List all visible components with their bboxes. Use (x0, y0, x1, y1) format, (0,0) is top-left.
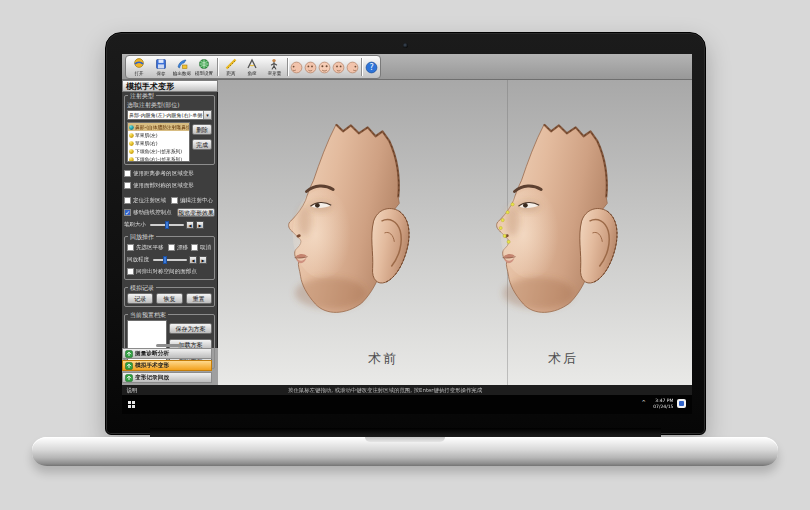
clock-date: 07/24/15 (653, 403, 673, 408)
tab-label: 模拟手术变形 (135, 361, 169, 370)
list-item[interactable]: 苹果肌(左) (128, 131, 189, 139)
checkbox-label: 回弹出对称空间的面部点 (136, 267, 197, 275)
view-half-right-button[interactable] (331, 56, 345, 78)
angle-button[interactable]: 角度 (241, 56, 263, 78)
injection-list[interactable]: 鼻部-(自体脂肪注射隆鼻综合) 苹果肌(左) 苹果肌(右) (127, 122, 190, 162)
rebound-symmetry-checkbox[interactable] (127, 268, 134, 275)
list-item[interactable]: 下颌角(左)-(整形系列) (128, 147, 189, 155)
brush-size-slider[interactable] (150, 224, 184, 226)
symmetry-region-checkbox[interactable] (124, 182, 131, 189)
screen: 打开 保存 (122, 54, 692, 414)
tray-expand-icon[interactable]: ⌃ (641, 399, 647, 407)
model-settings-button[interactable]: 模型设置 (193, 56, 215, 78)
save-icon (155, 58, 167, 70)
toolbar-separator (361, 58, 362, 76)
module-cube-icon (125, 362, 133, 370)
locate-injection-checkbox[interactable] (124, 197, 131, 204)
tab-measure-diagnosis[interactable]: 测量诊断分析 (122, 348, 212, 359)
tab-deformation-playback[interactable]: 变形记录回放 (122, 372, 212, 383)
cancel-checkbox[interactable] (191, 244, 198, 251)
deformation-button[interactable]: 变形量 (263, 56, 285, 78)
list-item[interactable]: 下颌角(右)-(整形系列) (128, 155, 189, 162)
help-button[interactable]: ? (364, 56, 378, 78)
panel-scrollbar[interactable] (156, 344, 182, 347)
chevron-down-icon[interactable]: ▾ (203, 111, 211, 119)
status-prefix: 说明 (127, 386, 138, 394)
item-bullet-icon (129, 133, 134, 138)
reset-button[interactable]: 重置 (186, 293, 212, 304)
patient-face-pre[interactable] (271, 109, 419, 349)
translate-checkbox[interactable] (127, 244, 134, 251)
main-toolbar: 打开 保存 (125, 55, 381, 79)
face-half-left-icon (304, 61, 317, 74)
item-bullet-icon (129, 157, 134, 162)
checkbox-label: 取消 (200, 243, 211, 251)
model-settings-icon (198, 58, 210, 70)
list-item-label: 鼻部-(自体脂肪注射隆鼻综合) (135, 124, 190, 130)
patient-face-post[interactable] (479, 109, 627, 349)
record-button[interactable]: 记录 (127, 293, 153, 304)
windows-start-button[interactable] (128, 401, 135, 408)
delete-item-button[interactable]: 删除 (192, 124, 212, 135)
injection-type-dropdown[interactable]: 鼻部-内眼角(左)-内眼角(右)-单侧+.. ▾ (127, 110, 212, 120)
view-half-left-button[interactable] (304, 56, 318, 78)
slider-thumb[interactable] (163, 256, 167, 264)
view-front-button[interactable] (318, 56, 332, 78)
list-item[interactable]: 鼻部-(自体脂肪注射隆鼻综合) (128, 123, 189, 131)
checkbox-label: 漂移 (177, 243, 188, 251)
checkbox-label: 使用面部对称的区域变形 (133, 181, 194, 189)
view-right-profile-button[interactable] (345, 56, 359, 78)
toolbar-label: 输出数据 (173, 70, 191, 75)
viewport-3d[interactable]: 术前 术后 (218, 80, 692, 385)
laptop-base (32, 437, 778, 466)
injection-select-label: 选取注射类型(部位) (127, 101, 212, 109)
distance-button[interactable]: 距离 (220, 56, 242, 78)
item-bullet-icon (129, 149, 134, 154)
done-button[interactable]: 完成 (192, 139, 212, 150)
module-tabs: 测量诊断分析 模拟手术变形 变形记录回放 (122, 348, 212, 384)
face-front-icon (318, 61, 331, 74)
playback-group: 回放操作 先选区平移 漂移 取消 回放程度 ◀ ▶ (124, 236, 215, 280)
slider-thumb[interactable] (165, 221, 169, 229)
brush-increase-button[interactable]: ▶ (196, 221, 204, 229)
taskbar-clock[interactable]: 3:47 PM 07/24/15 (651, 397, 673, 409)
playback-level-label: 回放程度 (127, 255, 149, 263)
playback-decrease-button[interactable]: ◀ (189, 256, 197, 264)
save-preset-button[interactable]: 保存为方案 (169, 323, 212, 334)
toolbar-label: 保存 (156, 70, 165, 75)
tray-app-icon[interactable] (677, 399, 686, 408)
preview-deformation-button[interactable]: 预览变形效果 (177, 208, 215, 217)
edit-center-checkbox[interactable] (171, 197, 178, 204)
save-button[interactable]: 保存 (150, 56, 172, 78)
playback-group-label: 回放操作 (128, 233, 156, 240)
dropdown-value: 鼻部-内眼角(左)-内眼角(右)-单侧+.. (128, 112, 203, 118)
tab-label: 测量诊断分析 (135, 349, 169, 358)
playback-level-slider[interactable] (153, 259, 187, 261)
drift-checkbox[interactable] (168, 244, 175, 251)
restore-button[interactable]: 恢复 (156, 293, 182, 304)
move-curve-points-checkbox[interactable] (124, 209, 131, 216)
desk-background: 打开 保存 (0, 0, 810, 510)
panel-title: 模拟手术变形 (122, 80, 218, 92)
list-item[interactable]: 苹果肌(右) (128, 139, 189, 147)
list-item-label: 苹果肌(左) (135, 132, 158, 138)
distance-region-checkbox[interactable] (124, 170, 131, 177)
checkbox-label: 移动曲线控制点 (133, 208, 172, 216)
injection-type-group: 注射类型 选取注射类型(部位) 鼻部-内眼角(左)-内眼角(右)-单侧+.. ▾… (124, 95, 215, 165)
checkbox-label: 编辑注射中心 (180, 196, 213, 204)
playback-increase-button[interactable]: ▶ (199, 256, 207, 264)
tab-simulated-surgery[interactable]: 模拟手术变形 (122, 360, 212, 371)
toolbar-label: 模型设置 (195, 70, 213, 75)
brush-decrease-button[interactable]: ◀ (186, 221, 194, 229)
distance-icon (225, 58, 237, 70)
open-button[interactable]: 打开 (128, 56, 150, 78)
pre-surgery-label: 术前 (368, 350, 398, 368)
clock-time: 3:47 PM (653, 397, 673, 402)
angle-icon (246, 58, 258, 70)
toolbar-separator (217, 58, 218, 76)
view-left-profile-button[interactable] (290, 56, 304, 78)
injection-group-label: 注射类型 (128, 92, 156, 99)
export-data-button[interactable]: 输出数据 (171, 56, 193, 78)
left-panel: 注射类型 选取注射类型(部位) 鼻部-内眼角(左)-内眼角(右)-单侧+.. ▾… (122, 92, 218, 348)
item-bullet-icon (129, 125, 134, 130)
